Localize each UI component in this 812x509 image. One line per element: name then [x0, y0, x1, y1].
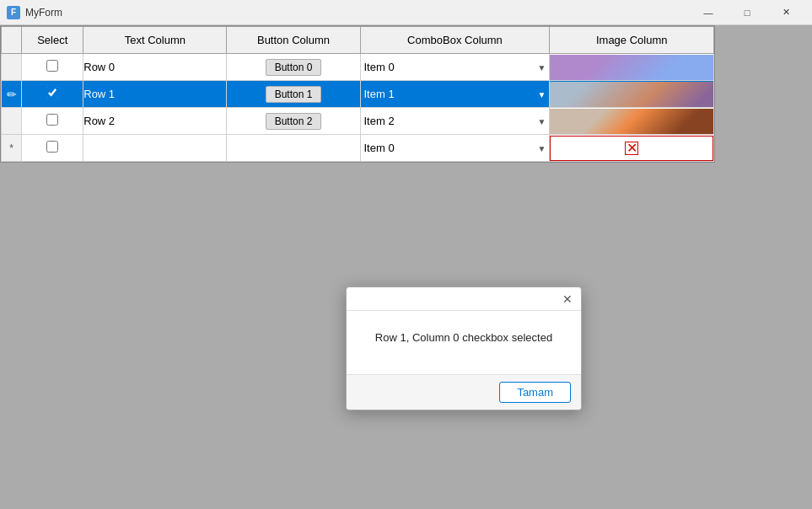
modal-close-button[interactable]: ✕ — [561, 293, 574, 305]
grid-button-1[interactable]: Button 1 — [266, 86, 322, 103]
new-button-cell — [227, 135, 360, 162]
row-indicator-0 — [2, 54, 22, 81]
app-icon: F — [7, 6, 20, 19]
new-text-input[interactable] — [83, 142, 226, 154]
col-header-select: Select — [22, 27, 83, 54]
combo-wrapper-1: Item 0 Item 1 Item 2 Item 3 ▼ — [361, 82, 550, 107]
checkbox-cell-1[interactable] — [22, 81, 83, 108]
image-1 — [550, 82, 713, 107]
modal-message: Row 1, Column 0 checkbox selected — [363, 331, 564, 344]
text-cell-0: Row 0 — [83, 54, 227, 81]
datagrid: Select Text Column Button Column ComboBo… — [1, 26, 714, 162]
row-indicator-2 — [2, 108, 22, 135]
select-checkbox-1[interactable] — [46, 87, 58, 99]
new-combo-wrapper: Item 0 Item 1 Item 2 Item 3 ▼ — [361, 136, 550, 161]
combo-wrapper-0: Item 0 Item 1 Item 2 Item 3 ▼ — [361, 55, 550, 80]
table-row: Row 0 Button 0 Item 0 Item 1 Item 2 Item… — [2, 54, 714, 81]
new-row-marker: * — [2, 135, 22, 162]
button-cell-1[interactable]: Button 1 — [227, 81, 360, 108]
close-button[interactable]: ✕ — [766, 0, 805, 25]
minimize-button[interactable]: — — [689, 0, 728, 25]
combo-select-2[interactable]: Item 0 Item 1 Item 2 Item 3 — [361, 109, 550, 134]
delete-placeholder: ✕ — [550, 136, 713, 161]
combo-cell-1[interactable]: Item 0 Item 1 Item 2 Item 3 ▼ — [360, 81, 550, 108]
main-content: Select Text Column Button Column ComboBo… — [0, 25, 812, 509]
table-row: ✏ Row 1 Button 1 Item 0 — [2, 81, 714, 108]
combo-cell-0[interactable]: Item 0 Item 1 Item 2 Item 3 ▼ — [360, 54, 550, 81]
select-checkbox-0[interactable] — [46, 60, 58, 72]
new-select-checkbox[interactable] — [46, 141, 58, 153]
grid-button-0[interactable]: Button 0 — [266, 59, 322, 76]
new-combo-cell[interactable]: Item 0 Item 1 Item 2 Item 3 ▼ — [360, 135, 550, 162]
combo-select-0[interactable]: Item 0 Item 1 Item 2 Item 3 — [361, 55, 550, 80]
edit-icon-1: ✏ — [7, 88, 17, 101]
grid-button-2[interactable]: Button 2 — [266, 113, 322, 130]
row-header-col — [2, 27, 22, 54]
text-cell-2: Row 2 — [83, 108, 227, 135]
delete-icon[interactable]: ✕ — [625, 142, 638, 155]
titlebar: F MyForm — □ ✕ — [0, 0, 812, 25]
checkbox-cell-0[interactable] — [22, 54, 83, 81]
modal-footer: Tamam — [347, 374, 581, 410]
col-header-button: Button Column — [227, 27, 360, 54]
checkbox-cell-2[interactable] — [22, 108, 83, 135]
modal-titlebar: ✕ — [347, 287, 581, 311]
datagrid-container: Select Text Column Button Column ComboBo… — [0, 25, 715, 163]
image-cell-0 — [550, 54, 714, 81]
image-0 — [550, 55, 713, 80]
new-text-cell[interactable] — [83, 135, 227, 162]
maximize-button[interactable]: □ — [728, 0, 766, 25]
new-checkbox-cell[interactable] — [22, 135, 83, 162]
text-cell-1: Row 1 — [83, 81, 227, 108]
new-combo-select[interactable]: Item 0 Item 1 Item 2 Item 3 — [361, 136, 550, 161]
window-controls: — □ ✕ — [689, 0, 805, 25]
new-table-row: * Item 0 Item 1 — [2, 135, 714, 162]
row-indicator-1: ✏ — [2, 81, 22, 108]
combo-select-1[interactable]: Item 0 Item 1 Item 2 Item 3 — [361, 82, 550, 107]
button-cell-0[interactable]: Button 0 — [227, 54, 360, 81]
select-checkbox-2[interactable] — [46, 114, 58, 126]
image-2 — [550, 109, 713, 134]
table-row: Row 2 Button 2 Item 0 Item 1 Item 2 Item… — [2, 108, 714, 135]
col-header-text: Text Column — [83, 27, 227, 54]
image-cell-2 — [550, 108, 714, 135]
new-image-cell[interactable]: ✕ — [550, 135, 714, 162]
ok-button[interactable]: Tamam — [499, 382, 571, 403]
col-header-combo: ComboBox Column — [360, 27, 550, 54]
image-cell-1 — [550, 81, 714, 108]
main-window: F MyForm — □ ✕ Select Text Column Button… — [0, 0, 812, 509]
modal-dialog: ✕ Row 1, Column 0 checkbox selected Tama… — [346, 287, 582, 410]
col-header-image: Image Column — [550, 27, 714, 54]
modal-body: Row 1, Column 0 checkbox selected — [347, 311, 581, 374]
window-title: MyForm — [25, 7, 689, 19]
button-cell-2[interactable]: Button 2 — [227, 108, 360, 135]
combo-cell-2[interactable]: Item 0 Item 1 Item 2 Item 3 ▼ — [360, 108, 550, 135]
combo-wrapper-2: Item 0 Item 1 Item 2 Item 3 ▼ — [361, 109, 550, 134]
